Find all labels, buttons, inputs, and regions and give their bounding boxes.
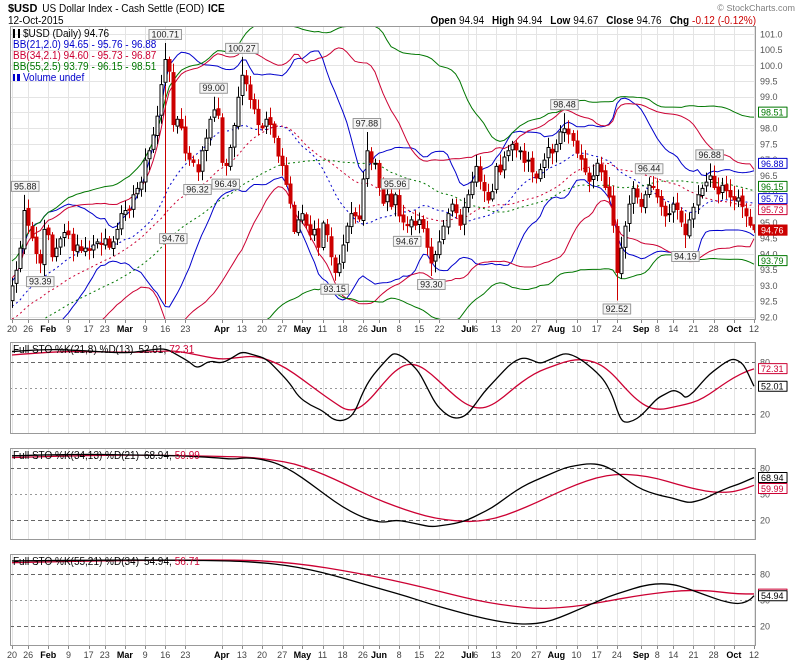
bb55-legend-item: BB(55,2.5) 93.79 - 96.15 - 98.51 (13, 61, 156, 72)
open-value: 94.94 (459, 15, 484, 26)
copyright: © StockCharts.com (717, 3, 795, 13)
bb21-legend-item: BB(21,2.0) 94.65 - 95.76 - 96.88 (13, 39, 156, 50)
chg-label: Chg (670, 15, 689, 26)
stoch2-label: Full STO %K(34,13) %D(21) (13, 450, 139, 461)
low-label: Low (550, 15, 570, 26)
chart-title: US Dollar Index - Cash Settle (EOD) (42, 3, 204, 14)
high-value: 94.94 (517, 15, 542, 26)
ticker-symbol: $USD (8, 2, 37, 14)
high-label: High (492, 15, 514, 26)
stoch-panel-2-legend: Full STO %K(34,13) %D(21)68.94,59.99 (13, 450, 200, 461)
open-label: Open (430, 15, 456, 26)
stoch-panel-3-legend: Full STO %K(55,21) %D(34)54.94,56.71 (13, 556, 200, 567)
volume-icon (13, 74, 20, 81)
main-chart-legend: $USD (Daily) 94.76 BB(21,2.0) 94.65 - 95… (13, 28, 156, 83)
stoch1-d-value: 72.31 (169, 344, 194, 355)
candlestick-icon (13, 29, 20, 38)
ohlc-quote: Open94.94High94.94Low94.67Close94.76Chg-… (430, 15, 756, 26)
price-chart-canvas (0, 0, 800, 670)
stoch2-k-value: 68.94, (144, 450, 172, 461)
bb34-legend-item: BB(34,2.1) 94.60 - 95.73 - 96.87 (13, 50, 156, 61)
low-value: 94.67 (573, 15, 598, 26)
stoch1-label: Full STO %K(21,8) %D(13) (13, 344, 133, 355)
close-value: 94.76 (637, 15, 662, 26)
exchange-label: ICE (208, 3, 225, 14)
chart-date: 12-Oct-2015 (8, 15, 64, 26)
volume-legend-label: Volume undef (23, 72, 84, 83)
close-label: Close (606, 15, 633, 26)
stoch2-d-value: 59.99 (175, 450, 200, 461)
series-legend-label: $USD (Daily) 94.76 (23, 28, 109, 39)
stoch1-k-value: 52.01, (138, 344, 166, 355)
chart-header: $USDUS Dollar Index - Cash Settle (EOD)I… (0, 0, 800, 28)
volume-legend-item: Volume undef (13, 72, 156, 83)
chg-value: -0.12 (-0.12%) (692, 15, 756, 26)
stoch-panel-1-legend: Full STO %K(21,8) %D(13)52.01,72.31 (13, 344, 194, 355)
stockcharts-sharpchart-page: $USDUS Dollar Index - Cash Settle (EOD)I… (0, 0, 800, 670)
stoch3-k-value: 54.94, (144, 556, 172, 567)
chart-title-row: $USDUS Dollar Index - Cash Settle (EOD)I… (8, 2, 225, 14)
stoch3-d-value: 56.71 (175, 556, 200, 567)
series-legend-item: $USD (Daily) 94.76 (13, 28, 156, 39)
stoch3-label: Full STO %K(55,21) %D(34) (13, 556, 139, 567)
